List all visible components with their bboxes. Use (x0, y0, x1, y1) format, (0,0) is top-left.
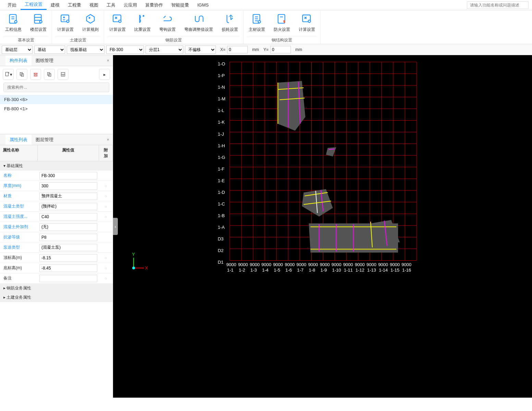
global-search-input[interactable] (467, 1, 529, 9)
prop-input[interactable] (39, 234, 97, 241)
prop-input[interactable] (39, 244, 97, 251)
prop-name: 混凝土类型 (0, 201, 38, 211)
section-civil[interactable]: ▸ 土建业务属性 (0, 293, 113, 302)
property-row: 泵送类型 (0, 242, 113, 253)
close-icon[interactable]: × (103, 137, 113, 142)
svg-text:9000: 9000 (367, 262, 376, 267)
btn-floor-settings[interactable]: 楼层设置 (28, 12, 48, 33)
duplicate-icon[interactable] (44, 69, 55, 80)
label: 计算设置 (109, 27, 126, 33)
menu-igms[interactable]: IGMS (193, 1, 213, 9)
prop-input[interactable] (39, 192, 97, 200)
menu-modeling[interactable]: 建模 (47, 1, 64, 10)
property-row: 名称 (0, 171, 113, 181)
prop-value[interactable] (38, 191, 99, 201)
prop-input[interactable] (39, 213, 97, 221)
menu-view[interactable]: 视图 (85, 1, 102, 10)
menu-project-settings[interactable]: 工程设置 (21, 0, 47, 10)
layout-icon[interactable] (58, 69, 69, 80)
prop-value[interactable] (38, 233, 99, 242)
svg-text:1-M: 1-M (218, 96, 225, 101)
global-search[interactable] (467, 1, 529, 9)
svg-text:1-K: 1-K (218, 120, 225, 125)
prop-input[interactable] (39, 264, 97, 272)
col-value: 属性值 (38, 145, 99, 161)
more-icon[interactable]: ▸ (99, 69, 110, 80)
prop-input[interactable] (39, 172, 97, 179)
ribbon-group-basic: 工程信息 楼层设置 基本设置 (0, 10, 52, 44)
svg-rect-32 (5, 72, 8, 76)
hexagon-icon (84, 13, 97, 25)
copy-icon[interactable] (16, 69, 27, 80)
list-item[interactable]: FB-300 <6> (0, 95, 113, 104)
prop-value[interactable] (38, 181, 99, 191)
fire-icon (276, 13, 288, 25)
list-item[interactable]: FB-800 <1> (0, 104, 113, 113)
tab-component-list[interactable]: 构件列表 (5, 55, 32, 66)
prop-input[interactable] (39, 223, 97, 231)
prop-value[interactable] (38, 212, 99, 222)
btn-project-info[interactable]: 工程信息 (3, 12, 23, 33)
section-rebar[interactable]: ▸ 钢筋业务属性 (0, 284, 113, 293)
btn-main-material[interactable]: 主材设置 (247, 12, 267, 33)
prop-value[interactable] (38, 243, 99, 252)
btn-rebar-calc[interactable]: 计算设置 (108, 12, 127, 33)
x-input[interactable] (227, 46, 248, 53)
prop-input[interactable] (39, 254, 97, 262)
category-select[interactable]: 基础 (34, 46, 65, 54)
close-icon[interactable]: × (103, 58, 113, 63)
sidebar: 构件列表 图纸管理 × ▾ ▸ FB-300 <6> FB-800 <1> 属性… (0, 55, 113, 398)
svg-text:D3: D3 (218, 236, 224, 241)
menu-collab[interactable]: 算量协作 (141, 1, 167, 10)
component-toolbar: ▾ ▸ (0, 66, 113, 83)
btn-weight[interactable]: 比重设置 (133, 12, 152, 33)
delete-icon[interactable] (30, 69, 41, 80)
prop-value[interactable] (38, 202, 99, 211)
canvas[interactable]: ‹ (113, 55, 532, 398)
label: 计算设置 (57, 27, 74, 33)
prop-value[interactable] (38, 253, 99, 263)
btn-steel-calc[interactable]: 计算设置 (297, 12, 317, 33)
component-search-input[interactable] (3, 83, 109, 92)
prop-input[interactable] (39, 275, 97, 282)
svg-text:1-N: 1-N (218, 85, 225, 90)
section-basic[interactable]: ▾ 基础属性 (0, 161, 113, 171)
menu-smart[interactable]: 智能提量 (167, 1, 193, 10)
menu-cloud[interactable]: 云应用 (120, 1, 141, 10)
menu-quantity[interactable]: 工程量 (64, 1, 85, 10)
type-select[interactable]: 筏板基础 (67, 46, 104, 54)
prop-input[interactable] (39, 182, 97, 190)
prop-value[interactable] (38, 171, 99, 180)
prop-value[interactable] (38, 274, 99, 283)
btn-calc-settings[interactable]: 计算设置 (55, 12, 75, 33)
tab-properties[interactable]: 属性列表 (5, 135, 32, 145)
prop-name: 抗渗等级 (0, 232, 38, 242)
tab-layers[interactable]: 图层管理 (32, 135, 58, 145)
floor-select[interactable]: 基础层 (2, 46, 33, 54)
offset-select[interactable]: 不偏移 (185, 46, 216, 54)
svg-text:1-A: 1-A (218, 225, 225, 230)
tab-drawing-mgmt[interactable]: 图纸管理 (32, 55, 58, 66)
menu-start[interactable]: 开始 (3, 1, 21, 10)
y-input[interactable] (270, 46, 291, 53)
prop-value[interactable] (38, 222, 99, 232)
col-extra: 附加 (99, 145, 113, 161)
svg-text:1-D: 1-D (218, 190, 225, 195)
btn-calc-rules[interactable]: 计算规则 (81, 12, 100, 33)
btn-loss[interactable]: 损耗设置 (220, 12, 240, 33)
menu-tools[interactable]: 工具 (102, 1, 120, 10)
property-row: 抗渗等级 (0, 232, 113, 242)
btn-fireproof[interactable]: 防火设置 (272, 12, 292, 33)
new-icon[interactable]: ▾ (3, 69, 14, 80)
y-unit: mm (295, 47, 302, 52)
btn-bend-adjust[interactable]: 弯曲调整值设置 (183, 12, 215, 33)
prop-input[interactable] (39, 203, 97, 210)
layer-select[interactable]: 分层1 (146, 46, 183, 54)
btn-hook[interactable]: 弯钩设置 (158, 12, 177, 33)
component-panel-tabs: 构件列表 图纸管理 × (0, 55, 113, 66)
svg-text:9000: 9000 (332, 262, 342, 267)
component-select[interactable]: FB-300 (106, 46, 144, 54)
svg-text:9000: 9000 (250, 262, 260, 267)
x-label: X= (220, 47, 225, 52)
prop-value[interactable] (38, 263, 99, 273)
